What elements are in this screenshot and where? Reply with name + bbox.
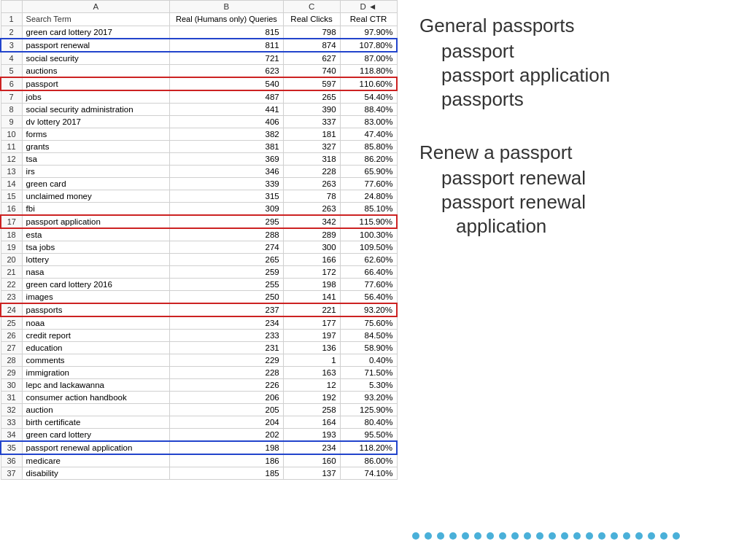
right-panel: General passports passport passport appl… — [398, 0, 747, 560]
dot — [660, 532, 667, 540]
table-row: 22green card lottery 201625519877.60% — [1, 279, 397, 291]
table-row: 9dv lottery 201740633783.00% — [1, 116, 397, 128]
col-b-header: B — [170, 1, 284, 13]
col-d-header: D ◄ — [340, 1, 397, 13]
dot — [487, 532, 494, 540]
dot — [586, 532, 593, 540]
table-row: 36medicare18616086.00% — [1, 454, 397, 467]
group2-item-1: passport renewal — [441, 167, 725, 190]
dot — [623, 532, 630, 540]
table-row: 18esta288289100.30% — [1, 228, 397, 241]
table-row: 10forms38218147.40% — [1, 128, 397, 141]
dot — [635, 532, 643, 540]
group2-item-2b: application — [456, 215, 725, 238]
dot — [499, 532, 506, 540]
table-row: 21nasa25917266.40% — [1, 266, 397, 279]
queries-header: Real (Humans only) Queries — [170, 13, 284, 26]
dot — [437, 532, 444, 540]
table-row: 25noaa23417775.60% — [1, 316, 397, 330]
group1-item-2: passport application — [441, 64, 725, 87]
table-row: 17passport application295342115.90% — [1, 215, 397, 228]
table-row: 28comments22910.40% — [1, 354, 397, 367]
dot — [561, 532, 568, 540]
dot — [449, 532, 457, 540]
table-row: 35passport renewal application198234118.… — [1, 441, 397, 454]
data-table: A B C D ◄ 1 Search Term Real (Humans onl… — [0, 0, 398, 480]
table-row: 14green card33926377.60% — [1, 178, 397, 190]
dot — [536, 532, 543, 540]
table-row: 11grants38132785.80% — [1, 141, 397, 153]
group2-title: Renew a passport — [419, 141, 725, 164]
corner-cell — [1, 1, 22, 13]
clicks-header: Real Clicks — [283, 13, 340, 26]
table-row: 3passport renewal811874107.80% — [1, 39, 397, 52]
dot — [462, 532, 469, 540]
table-row: 29immigration22816371.50% — [1, 367, 397, 379]
search-term-header: Search Term — [22, 13, 170, 26]
table-row: 8social security administration44139088.… — [1, 104, 397, 116]
dot — [673, 532, 680, 540]
col-c-header: C — [283, 1, 340, 13]
col-a-header: A — [22, 1, 170, 13]
table-row: 34green card lottery20219395.50% — [1, 429, 397, 442]
table-row: 12tsa36931886.20% — [1, 153, 397, 166]
table-row: 13irs34622865.90% — [1, 166, 397, 178]
table-row: 2green card lottery 201781579897.90% — [1, 26, 397, 39]
dot — [549, 532, 556, 540]
dot — [511, 532, 519, 540]
group2-item-2: passport renewal — [441, 191, 725, 214]
table-row: 16fbi30926385.10% — [1, 203, 397, 216]
row-1-num: 1 — [1, 13, 22, 26]
table-row: 31consumer action handbook20619293.20% — [1, 392, 397, 404]
table-row: 15unclaimed money3157824.80% — [1, 190, 397, 203]
dot — [598, 532, 605, 540]
table-row: 19tsa jobs274300109.50% — [1, 241, 397, 254]
table-row: 20lottery26516662.60% — [1, 254, 397, 266]
table-row: 27education23113658.90% — [1, 342, 397, 354]
spreadsheet-section: A B C D ◄ 1 Search Term Real (Humans onl… — [0, 0, 398, 560]
group1-item-3: passports — [441, 88, 725, 111]
dot — [573, 532, 581, 540]
table-row: 6passport540597110.60% — [1, 77, 397, 90]
dots-decoration — [412, 532, 747, 540]
table-row: 5auctions623740118.80% — [1, 65, 397, 78]
dot — [412, 532, 419, 540]
ctr-header: Real CTR — [340, 13, 397, 26]
dot — [425, 532, 432, 540]
table-row: 33birth certificate20416480.40% — [1, 416, 397, 429]
dot — [474, 532, 481, 540]
dot — [611, 532, 618, 540]
group1-title: General passports — [419, 15, 725, 37]
dot — [648, 532, 655, 540]
dot — [524, 532, 531, 540]
table-row: 4social security72162787.00% — [1, 52, 397, 65]
table-row: 37disability18513774.10% — [1, 467, 397, 480]
table-row: 30lepc and lackawanna226125.30% — [1, 379, 397, 392]
table-row: 23images25014156.40% — [1, 291, 397, 304]
table-row: 7jobs48726554.40% — [1, 90, 397, 104]
table-row: 32auction205258125.90% — [1, 404, 397, 416]
table-row: 24passports23722193.20% — [1, 303, 397, 316]
table-row: 26credit report23319784.50% — [1, 330, 397, 342]
group1-item-1: passport — [441, 40, 725, 63]
